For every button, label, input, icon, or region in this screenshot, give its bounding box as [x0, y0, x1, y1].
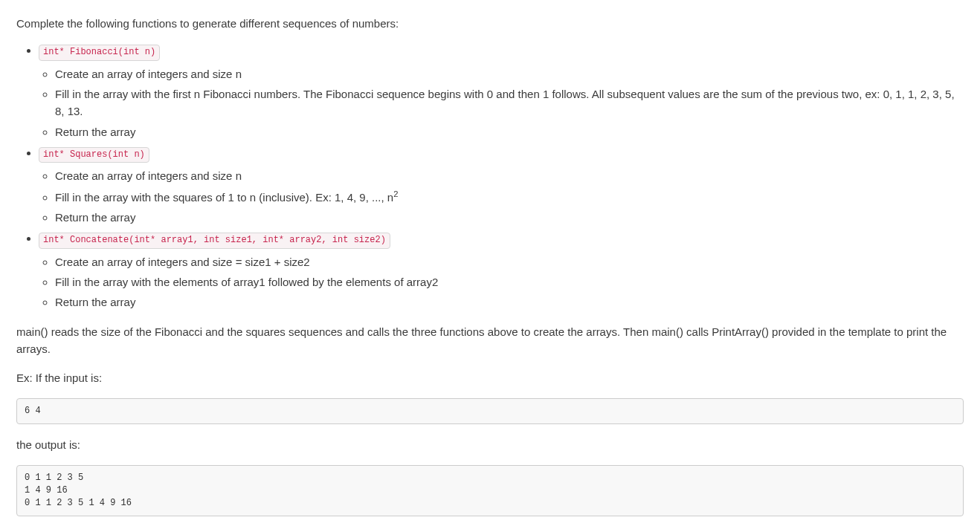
document-content: Complete the following functions to gene…: [0, 0, 980, 526]
example-output: 0 1 1 2 3 5 1 4 9 16 0 1 1 2 3 5 1 4 9 1…: [16, 465, 964, 516]
steps-list: Create an array of integers and size n F…: [39, 167, 964, 226]
output-label: the output is:: [16, 436, 964, 453]
function-item: int* Squares(int n) Create an array of i…: [39, 146, 964, 226]
step-item: Return the array: [55, 209, 964, 226]
function-item: int* Concatenate(int* array1, int size1,…: [39, 232, 964, 311]
step-item: Fill in the array with the first n Fibon…: [55, 85, 964, 120]
steps-list: Create an array of integers and size = s…: [39, 253, 964, 311]
step-item: Fill in the array with the elements of a…: [55, 273, 964, 290]
function-signature: int* Concatenate(int* array1, int size1,…: [39, 233, 390, 249]
function-signature: int* Fibonacci(int n): [39, 45, 160, 61]
functions-list: int* Fibonacci(int n) Create an array of…: [16, 44, 964, 311]
main-description: main() reads the size of the Fibonacci a…: [16, 323, 964, 358]
intro-text: Complete the following functions to gene…: [16, 15, 964, 32]
step-item: Create an array of integers and size n: [55, 167, 964, 184]
function-signature: int* Squares(int n): [39, 147, 149, 163]
example-input: 6 4: [16, 398, 964, 424]
steps-list: Create an array of integers and size n F…: [39, 65, 964, 140]
step-item: Return the array: [55, 123, 964, 140]
example-label: Ex: If the input is:: [16, 369, 964, 386]
function-item: int* Fibonacci(int n) Create an array of…: [39, 44, 964, 140]
step-item: Create an array of integers and size n: [55, 65, 964, 82]
step-item: Return the array: [55, 293, 964, 311]
step-item: Fill in the array with the squares of 1 …: [55, 188, 964, 206]
step-item: Create an array of integers and size = s…: [55, 253, 964, 270]
